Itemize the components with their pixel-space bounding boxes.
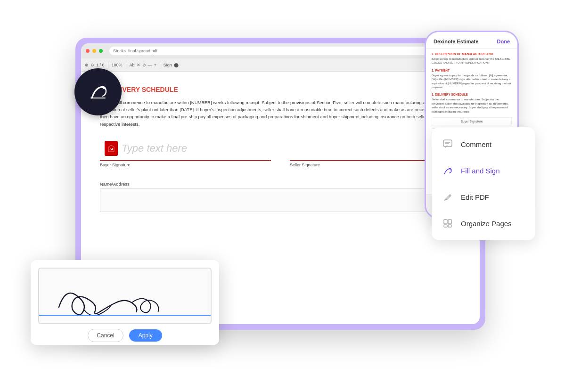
phone-section-1: 1. DESCRIPTION OF MANUFACTURE AND Seller… (432, 52, 512, 65)
phone-title: Dexinote Estimate (434, 39, 478, 44)
phone-buyer-sig: Buyer Signature (434, 120, 509, 123)
sig-buttons: Cancel Apply (38, 329, 212, 342)
context-item-comment[interactable]: Comment (432, 131, 535, 157)
logo-circle (74, 68, 122, 115)
context-item-fill-sign[interactable]: Fill and Sign (432, 157, 535, 184)
organize-icon (441, 217, 454, 230)
sig-canvas[interactable] (38, 268, 212, 324)
phone-sec1-title: 1. DESCRIPTION OF MANUFACTURE AND (432, 52, 512, 56)
browser-dot-green[interactable] (99, 49, 103, 53)
phone-done-button[interactable]: Done (497, 39, 510, 44)
address-text: Stocks_final-spread.pdf (113, 49, 157, 53)
svg-rect-3 (443, 140, 452, 147)
svg-line-6 (449, 196, 450, 196)
signature-dialog: Cancel Apply (31, 260, 219, 345)
phone-sec1-text: Seller agrees to manufacture and sell to… (432, 57, 512, 65)
toolbar-sep3 (160, 62, 160, 68)
svg-rect-9 (444, 225, 447, 227)
apply-button[interactable]: Apply (129, 329, 162, 342)
phone-sec2-text: Buyer agrees to pay for the goods as fol… (432, 74, 512, 90)
pdf-section-title: 3. DELIVERY SCHEDULE (100, 86, 461, 93)
sig-placeholder[interactable]: Type text here (122, 142, 187, 155)
context-item-organize[interactable]: Organize Pages (432, 210, 535, 237)
comment-icon (441, 138, 454, 151)
phone-header: Dexinote Estimate Done (426, 32, 517, 49)
svg-text:Ai: Ai (110, 147, 113, 151)
comment-label: Comment (461, 140, 491, 148)
signature-area: Ai Type text here Buyer Signature Seller… (100, 137, 461, 167)
context-menu: Comment Fill and Sign Edit PDF (432, 127, 535, 240)
buyer-sig-box: Ai Type text here Buyer Signature (100, 137, 271, 167)
phone-section-3: 3. DELIVERY SCHEDULE Seller shall commen… (432, 93, 512, 114)
svg-rect-7 (444, 220, 447, 224)
fill-sign-label: Fill and Sign (461, 167, 500, 175)
pdf-toolbar: ⊕ ⊖ 1 / 6 100% Ab ✕ ⊘ — + Sign ⬤ (81, 58, 480, 72)
pdf-body: Seller shall commence to manufacture wit… (100, 99, 461, 128)
toolbar-sep2 (126, 62, 126, 68)
buyer-sig-line: Ai Type text here (100, 137, 271, 161)
adobe-icon: Ai (105, 141, 118, 156)
edit-pdf-label: Edit PDF (461, 193, 489, 201)
browser-bar: Stocks_final-spread.pdf ⋯ (81, 43, 480, 58)
phone-sig-area: Buyer Signature (432, 117, 512, 125)
phone-section-2: 2. PAYMENT Buyer agrees to pay for the g… (432, 69, 512, 90)
browser-address: Stocks_final-spread.pdf (109, 47, 464, 55)
name-label: Name/Address (100, 181, 461, 187)
phone-sec3-title: 3. DELIVERY SCHEDULE (432, 93, 512, 96)
svg-rect-8 (448, 220, 451, 224)
scene: Stocks_final-spread.pdf ⋯ ⊕ ⊖ 1 / 6 100%… (0, 0, 573, 392)
cancel-button[interactable]: Cancel (88, 329, 123, 342)
browser-dot-yellow[interactable] (92, 49, 96, 53)
sig-baseline (39, 315, 211, 316)
browser-dot-red[interactable] (86, 49, 90, 53)
name-box (100, 188, 461, 212)
toolbar-sep (108, 62, 108, 68)
phone-sec3-text: Seller shall commence to manufacture. Su… (432, 98, 512, 114)
fill-sign-icon (441, 164, 454, 177)
organize-label: Organize Pages (461, 220, 512, 228)
logo-icon (86, 80, 110, 104)
edit-pdf-icon (441, 190, 454, 204)
svg-rect-10 (448, 225, 451, 227)
phone-sec2-title: 2. PAYMENT (432, 69, 512, 72)
name-area: Name/Address (100, 181, 461, 212)
context-item-edit-pdf[interactable]: Edit PDF (432, 184, 535, 210)
buyer-sig-label: Buyer Signature (100, 163, 271, 167)
